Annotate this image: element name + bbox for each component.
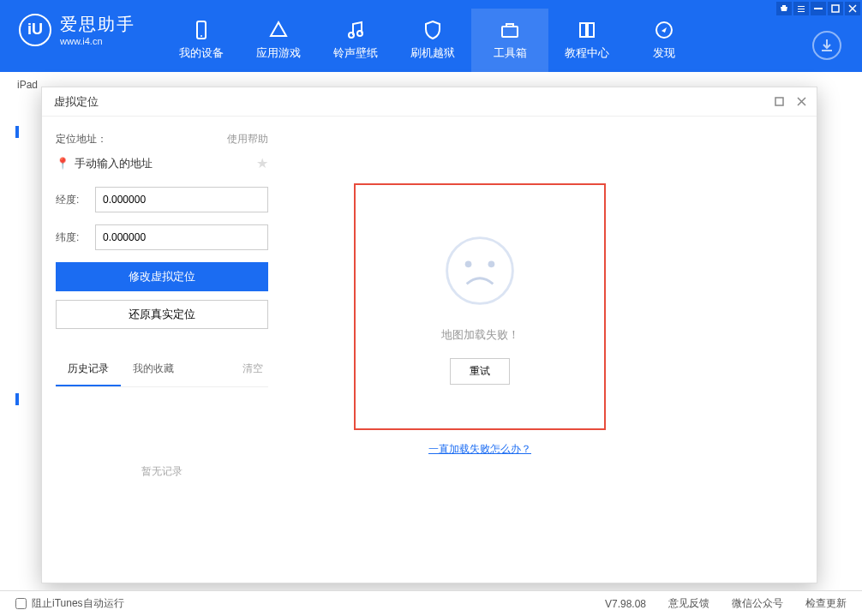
tab-history[interactable]: 历史记录 bbox=[56, 353, 121, 386]
main-nav: 我的设备 应用游戏 铃声壁纸 刷机越狱 工具箱 教程中心 发现 bbox=[163, 9, 703, 72]
nav-my-device[interactable]: 我的设备 bbox=[163, 9, 240, 72]
tab-favorites[interactable]: 我的收藏 bbox=[121, 353, 186, 386]
empty-history-text: 暂无记录 bbox=[56, 464, 268, 479]
maximize-button[interactable] bbox=[828, 2, 843, 15]
svg-point-4 bbox=[349, 33, 354, 38]
block-itunes-label: 阻止iTunes自动运行 bbox=[32, 596, 124, 611]
apps-icon bbox=[268, 20, 289, 40]
nav-label: 应用游戏 bbox=[256, 45, 301, 61]
download-icon bbox=[820, 39, 834, 52]
modal-header: 虚拟定位 bbox=[42, 87, 817, 117]
book-icon bbox=[577, 20, 597, 40]
feedback-link[interactable]: 意见反馈 bbox=[668, 596, 709, 611]
modal-title: 虚拟定位 bbox=[54, 94, 99, 110]
retry-button[interactable]: 重试 bbox=[450, 358, 510, 385]
latitude-label: 纬度: bbox=[56, 230, 87, 245]
nav-label: 铃声壁纸 bbox=[333, 45, 378, 61]
favorite-star-icon[interactable]: ★ bbox=[256, 155, 268, 171]
block-itunes-input[interactable] bbox=[15, 598, 27, 609]
device-icon bbox=[191, 20, 212, 40]
virtual-location-modal: 虚拟定位 定位地址： 使用帮助 📍 手动输入的地址 ★ 经度: 纬度: bbox=[41, 87, 817, 583]
nav-toolbox[interactable]: 工具箱 bbox=[471, 9, 548, 72]
nav-label: 发现 bbox=[653, 45, 675, 61]
modal-close-button[interactable] bbox=[793, 93, 810, 111]
map-fail-text: 地图加载失败！ bbox=[441, 327, 519, 343]
latitude-input[interactable] bbox=[95, 224, 268, 250]
close-button[interactable] bbox=[845, 2, 860, 15]
history-tabs: 历史记录 我的收藏 清空 bbox=[56, 353, 268, 387]
nav-discover[interactable]: 发现 bbox=[626, 9, 703, 72]
fail-help-link-wrap: 一直加载失败怎么办？ bbox=[354, 442, 606, 457]
brand-title: 爱思助手 bbox=[60, 13, 135, 36]
nav-ringtones[interactable]: 铃声壁纸 bbox=[317, 9, 394, 72]
brand-subtitle: www.i4.cn bbox=[60, 36, 135, 46]
toolbox-icon bbox=[500, 20, 520, 40]
side-marker bbox=[15, 126, 19, 138]
shield-icon bbox=[422, 20, 443, 40]
wechat-link[interactable]: 微信公众号 bbox=[732, 596, 783, 611]
brand: iU 爱思助手 www.i4.cn bbox=[19, 13, 135, 46]
app-footer: 阻止iTunes自动运行 V7.98.08 意见反馈 微信公众号 检查更新 bbox=[0, 590, 862, 616]
nav-label: 教程中心 bbox=[565, 45, 609, 61]
download-button[interactable] bbox=[812, 31, 841, 60]
svg-point-5 bbox=[357, 31, 362, 36]
svg-rect-1 bbox=[832, 5, 839, 12]
manual-address-text: 手动输入的地址 bbox=[75, 156, 153, 171]
nav-apps[interactable]: 应用游戏 bbox=[240, 9, 317, 72]
longitude-input[interactable] bbox=[95, 187, 268, 212]
address-label: 定位地址： bbox=[56, 132, 107, 147]
location-panel: 定位地址： 使用帮助 📍 手动输入的地址 ★ 经度: 纬度: 修改虚拟定位 还原… bbox=[42, 117, 282, 583]
block-itunes-checkbox[interactable]: 阻止iTunes自动运行 bbox=[15, 596, 124, 611]
titlebar-controls bbox=[776, 0, 862, 15]
location-pin-icon: 📍 bbox=[56, 157, 69, 170]
minimize-button[interactable] bbox=[811, 2, 826, 15]
check-update-link[interactable]: 检查更新 bbox=[805, 596, 847, 611]
compass-icon bbox=[654, 20, 674, 40]
map-panel: 地图加载失败！ 重试 一直加载失败怎么办？ bbox=[282, 117, 817, 583]
nav-label: 我的设备 bbox=[179, 45, 224, 61]
titlebar-list-icon[interactable] bbox=[793, 2, 809, 15]
svg-point-11 bbox=[488, 260, 495, 267]
sad-face-icon bbox=[439, 230, 521, 312]
app-header: iU 爱思助手 www.i4.cn 我的设备 应用游戏 铃声壁纸 刷机越狱 工具… bbox=[0, 0, 862, 72]
restore-location-button[interactable]: 还原真实定位 bbox=[56, 300, 268, 329]
svg-point-9 bbox=[447, 237, 513, 303]
side-marker bbox=[15, 393, 19, 405]
svg-rect-0 bbox=[814, 8, 823, 9]
modal-maximize-button[interactable] bbox=[770, 93, 787, 111]
help-link[interactable]: 使用帮助 bbox=[227, 132, 268, 147]
longitude-label: 经度: bbox=[56, 193, 87, 207]
svg-rect-8 bbox=[775, 98, 783, 105]
nav-label: 刷机越狱 bbox=[410, 45, 455, 61]
version-text: V7.98.08 bbox=[605, 598, 646, 610]
svg-rect-6 bbox=[502, 27, 518, 37]
svg-point-10 bbox=[465, 260, 472, 267]
modify-location-button[interactable]: 修改虚拟定位 bbox=[56, 262, 268, 291]
nav-label: 工具箱 bbox=[494, 45, 527, 61]
brand-logo-icon: iU bbox=[19, 14, 51, 46]
titlebar-shop-icon[interactable] bbox=[776, 2, 792, 15]
svg-point-3 bbox=[201, 35, 202, 37]
music-icon bbox=[345, 20, 366, 40]
fail-help-link[interactable]: 一直加载失败怎么办？ bbox=[428, 443, 531, 455]
nav-tutorials[interactable]: 教程中心 bbox=[548, 9, 626, 72]
clear-history-button[interactable]: 清空 bbox=[237, 353, 268, 386]
map-error-box: 地图加载失败！ 重试 bbox=[354, 183, 606, 430]
nav-flash[interactable]: 刷机越狱 bbox=[394, 9, 471, 72]
